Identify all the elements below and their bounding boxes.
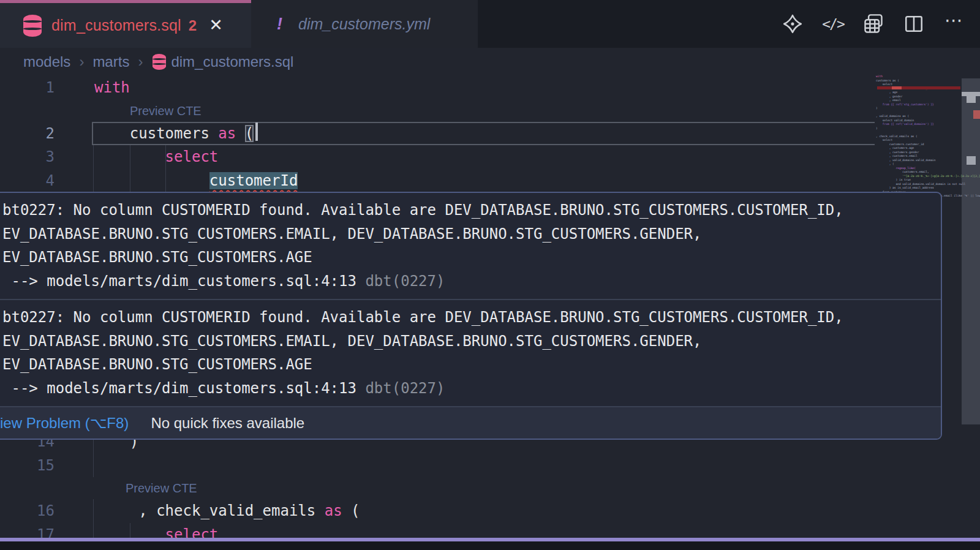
preview-cte-codelens[interactable]: Preview CTE <box>126 477 197 499</box>
diagnostic-text-line: EV_DATABASE.BRUNO.STG_CUSTOMERS.AGE <box>2 353 941 377</box>
hover-status-bar: iew Problem (⌥F8) No quick fixes availab… <box>0 407 941 439</box>
tab-label: dim_customers.yml <box>298 15 430 33</box>
no-quick-fixes-label: No quick fixes available <box>151 415 304 432</box>
diagnostic-text-line: bt0227: No column CUSTOMERID found. Avai… <box>2 306 941 330</box>
scrollbar <box>962 48 980 541</box>
code-line-16: 16 , check_valid_emails as ( <box>0 499 980 523</box>
more-actions-icon[interactable]: ⋯ <box>943 13 965 35</box>
indent-guide <box>93 169 94 193</box>
diagnostic-source-code: dbt(0227) <box>356 273 445 290</box>
chevron-right-icon: › <box>79 53 84 70</box>
code-text: customerId <box>94 169 298 193</box>
indent-guide <box>93 145 94 169</box>
database-file-icon <box>153 54 166 70</box>
code-line-4: 4 customerId <box>0 169 980 193</box>
diagnostic-location-line: --> models/marts/dim_customers.sql:4:13 … <box>2 377 941 401</box>
overview-ruler-error-marker <box>973 110 980 119</box>
codelens-row: Preview CTE <box>0 100 980 122</box>
code-text: , check_valid_emails as ( <box>94 499 360 523</box>
code-line-3: 3 select <box>0 145 980 169</box>
line-number[interactable]: 16 <box>0 499 55 523</box>
database-file-icon <box>23 15 42 37</box>
diagnostic-location-line: --> models/marts/dim_customers.sql:4:13 … <box>2 269 941 293</box>
code-text: customers as ( <box>94 122 258 146</box>
overview-ruler-marker <box>962 92 980 96</box>
editor-window: dim_customers.sql 2 ✕ ! dim_customers.ym… <box>0 0 980 550</box>
problem-hover-panel: bt0227: No column CUSTOMERID found. Avai… <box>0 192 942 440</box>
overview-ruler-marker <box>967 156 976 165</box>
split-editor-icon[interactable] <box>903 13 925 35</box>
code-line-1: 1with <box>0 76 980 100</box>
code-editor-lower[interactable]: 14 )15Preview CTE16 , check_valid_emails… <box>0 430 980 550</box>
compiled-code-icon[interactable]: </> <box>822 13 844 35</box>
text-cursor <box>255 122 258 141</box>
dbt-icon[interactable] <box>782 13 804 35</box>
overview-ruler-marker <box>967 96 976 103</box>
line-number[interactable]: 15 <box>0 454 55 478</box>
tab-label: dim_customers.sql <box>51 17 181 34</box>
breadcrumb-file[interactable]: dim_customers.sql <box>171 53 293 70</box>
diagnostic-text-line: EV_DATABASE.BRUNO.STG_CUSTOMERS.EMAIL, D… <box>2 222 941 246</box>
code-text: with <box>94 76 130 100</box>
diagnostic-message: bt0227: No column CUSTOMERID found. Avai… <box>0 193 941 300</box>
diagnostic-source-code: dbt(0227) <box>356 380 445 397</box>
scrollbar-thumb[interactable] <box>962 78 980 424</box>
query-results-icon[interactable] <box>862 13 884 35</box>
breadcrumb-models[interactable]: models <box>23 53 70 70</box>
code-text: select <box>94 145 218 169</box>
editor-actions: </> ⋯ <box>782 0 965 48</box>
tab-problem-count-badge: 2 <box>189 17 197 34</box>
close-tab-icon[interactable]: ✕ <box>209 17 223 34</box>
line-number[interactable]: 3 <box>0 145 55 169</box>
tab-bar: dim_customers.sql 2 ✕ ! dim_customers.ym… <box>0 0 980 48</box>
chevron-right-icon: › <box>138 53 143 70</box>
view-problem-link[interactable]: iew Problem (⌥F8) <box>0 415 129 432</box>
diagnostic-text-line: bt0227: No column CUSTOMERID found. Avai… <box>2 198 941 222</box>
line-number[interactable]: 4 <box>0 169 55 193</box>
diagnostic-text-line: EV_DATABASE.BRUNO.STG_CUSTOMERS.EMAIL, D… <box>2 330 941 353</box>
indent-guide <box>93 499 94 523</box>
preview-cte-codelens[interactable]: Preview CTE <box>130 100 202 122</box>
error-token-customerid: customerId <box>209 172 298 189</box>
code-line-2: 2 customers as ( <box>0 122 980 146</box>
matched-bracket: ( <box>245 125 254 142</box>
breadcrumb: models › marts › dim_customers.sql <box>0 48 980 76</box>
diagnostic-text-line: EV_DATABASE.BRUNO.STG_CUSTOMERS.AGE <box>2 246 941 269</box>
line-number[interactable]: 1 <box>0 76 55 100</box>
tab-dim-customers-sql[interactable]: dim_customers.sql 2 ✕ <box>0 0 251 48</box>
breadcrumb-marts[interactable]: marts <box>92 53 129 70</box>
indent-guide <box>93 454 94 478</box>
error-exclamation-icon: ! <box>277 15 282 34</box>
tab-dim-customers-yml[interactable]: ! dim_customers.yml <box>251 0 478 48</box>
minimap-error-line <box>877 86 960 89</box>
diagnostic-message: bt0227: No column CUSTOMERID found. Avai… <box>0 300 941 407</box>
line-number[interactable]: 2 <box>0 122 55 146</box>
codelens-row: Preview CTE <box>0 477 980 499</box>
panel-background <box>0 541 980 550</box>
code-line-15: 15 <box>0 454 980 478</box>
